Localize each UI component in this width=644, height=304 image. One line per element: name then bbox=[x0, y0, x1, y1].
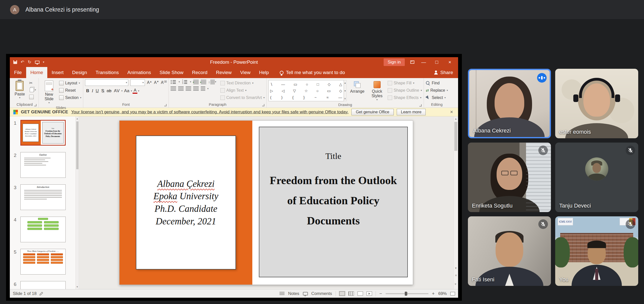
layout-button[interactable]: Layout▾ bbox=[59, 80, 81, 86]
shapes-gallery-scroll[interactable]: ▴▾≡ bbox=[344, 80, 347, 101]
increase-indent-icon[interactable]: ▸ bbox=[201, 80, 206, 84]
minimize-button[interactable]: — bbox=[420, 59, 427, 65]
shape-outline-button[interactable]: Shape Outline▾ bbox=[388, 87, 422, 93]
tab-home[interactable]: Home bbox=[26, 67, 48, 78]
comments-button[interactable]: Comments bbox=[311, 291, 332, 296]
save-icon[interactable] bbox=[13, 60, 17, 64]
numbering-icon[interactable] bbox=[182, 79, 188, 84]
tab-slideshow[interactable]: Slide Show bbox=[155, 67, 188, 78]
paste-button[interactable]: Paste▾ bbox=[13, 79, 27, 100]
previous-slide-button[interactable]: » bbox=[454, 274, 458, 278]
zoom-slider-thumb[interactable] bbox=[405, 292, 407, 296]
tile-you[interactable]: ICMS XXVI You bbox=[555, 216, 638, 286]
justify-icon[interactable] bbox=[193, 86, 199, 91]
start-slideshow-icon[interactable] bbox=[35, 61, 39, 64]
pen-icon[interactable] bbox=[39, 292, 43, 296]
banner-close-icon[interactable]: × bbox=[449, 109, 455, 115]
zoom-in-button[interactable]: + bbox=[432, 291, 435, 296]
slide-orange-panel[interactable]: Albana Çekrezi Epoka University Ph.D. Ca… bbox=[119, 121, 252, 285]
tile-albana-cekrezi[interactable]: Albana Cekrezi bbox=[468, 69, 551, 138]
shape-effects-button[interactable]: Shape Effects▾ bbox=[388, 94, 422, 101]
font-dialog-launcher[interactable] bbox=[164, 104, 167, 106]
text-direction-button[interactable]: Text Direction▾ bbox=[220, 80, 265, 86]
learn-more-button[interactable]: Learn more bbox=[397, 109, 426, 115]
author-textbox[interactable]: Albana Çekrezi Epoka University Ph.D. Ca… bbox=[136, 136, 236, 269]
undo-icon[interactable]: ↶ bbox=[21, 59, 24, 65]
tab-transitions[interactable]: Transitions bbox=[91, 67, 123, 78]
slide-sorter-view-button[interactable] bbox=[348, 291, 354, 296]
thumbnail-slide-3[interactable]: 3 Introduction bbox=[10, 184, 75, 210]
find-button[interactable]: Find bbox=[426, 80, 448, 86]
normal-view-button[interactable] bbox=[339, 291, 345, 296]
slide-counter[interactable]: Slide 1 of 18 bbox=[13, 291, 37, 296]
maximize-button[interactable]: □ bbox=[433, 59, 440, 65]
tab-file[interactable]: File bbox=[10, 67, 26, 78]
clipboard-dialog-launcher[interactable] bbox=[34, 104, 36, 106]
shape-fill-button[interactable]: Shape Fill▾ bbox=[388, 80, 422, 86]
thumbnail-slide-6[interactable]: 6 bbox=[10, 281, 75, 289]
tab-help[interactable]: Help bbox=[255, 67, 273, 78]
arrange-button[interactable]: Arrange bbox=[348, 79, 367, 95]
tab-review[interactable]: Review bbox=[212, 67, 236, 78]
grow-font-button[interactable]: A▲ bbox=[147, 80, 152, 85]
tab-record[interactable]: Record bbox=[188, 67, 212, 78]
drawing-dialog-launcher[interactable] bbox=[419, 104, 422, 107]
thumb-scroll-down-icon[interactable]: ▼ bbox=[76, 286, 79, 288]
tile-tanju-deveci[interactable]: Tanju Deveci bbox=[555, 143, 638, 212]
tile-fati-iseni[interactable]: Fati Iseni bbox=[468, 216, 551, 286]
align-right-icon[interactable] bbox=[186, 86, 191, 91]
change-case-button[interactable]: Aa bbox=[123, 88, 130, 93]
zoom-out-button[interactable]: − bbox=[379, 291, 382, 296]
tile-enriketa-sogutlu[interactable]: Enriketa Sogutlu bbox=[468, 143, 551, 212]
sign-in-button[interactable]: Sign in bbox=[384, 58, 405, 66]
select-button[interactable]: Select▾ bbox=[426, 94, 448, 101]
slideshow-view-button[interactable] bbox=[367, 291, 372, 296]
fit-to-window-icon[interactable] bbox=[450, 292, 455, 295]
scroll-up-icon[interactable]: ▲ bbox=[454, 117, 458, 120]
align-text-button[interactable]: Align Text▾ bbox=[220, 87, 265, 93]
thumbnail-scrollbar[interactable]: ▲ ▼ bbox=[76, 116, 79, 289]
redo-icon[interactable]: ↻ bbox=[28, 59, 31, 65]
align-center-icon[interactable] bbox=[178, 86, 184, 91]
thumb-scroll-thumb[interactable] bbox=[76, 121, 78, 169]
next-slide-button[interactable]: » bbox=[454, 282, 458, 286]
strikethrough-button[interactable]: ab bbox=[106, 88, 112, 93]
thumb-scroll-up-icon[interactable]: ▲ bbox=[76, 117, 79, 120]
cut-button[interactable]: ✂ bbox=[28, 80, 37, 86]
underline-button[interactable]: U bbox=[95, 88, 100, 93]
paragraph-dialog-launcher[interactable] bbox=[262, 104, 264, 106]
bold-button[interactable]: B bbox=[85, 88, 90, 93]
thumbnail-slide-2[interactable]: 2 Outline bbox=[10, 152, 75, 178]
reset-button[interactable]: Reset bbox=[59, 87, 81, 93]
replace-button[interactable]: ⇄Replace▾ bbox=[426, 87, 448, 93]
zoom-slider[interactable] bbox=[386, 293, 428, 294]
italic-button[interactable]: I bbox=[91, 88, 94, 93]
columns-icon[interactable] bbox=[201, 86, 205, 91]
genuine-banner-link[interactable]: Your license isn't genuine, and you may … bbox=[71, 110, 349, 115]
scroll-thumb[interactable] bbox=[454, 122, 457, 151]
customize-qat-icon[interactable]: ▾ bbox=[43, 60, 45, 64]
tile-ester-eomois[interactable]: ester eomois bbox=[555, 69, 638, 138]
zoom-level[interactable]: 69% bbox=[438, 291, 447, 296]
share-button[interactable]: Share bbox=[434, 67, 453, 78]
thumbnail-slide-4[interactable]: 4 bbox=[10, 217, 75, 242]
title-textbox[interactable]: Title Freedom from the Outlook of Educat… bbox=[259, 127, 408, 277]
align-left-icon[interactable] bbox=[171, 86, 176, 91]
section-button[interactable]: Section▾ bbox=[59, 94, 81, 101]
decrease-indent-icon[interactable]: ◂ bbox=[193, 80, 199, 84]
quick-styles-button[interactable]: Quick Styles▾ bbox=[368, 79, 386, 102]
character-spacing-button[interactable]: AV bbox=[113, 88, 121, 93]
font-color-button[interactable]: A bbox=[133, 88, 137, 94]
tab-view[interactable]: View bbox=[236, 67, 255, 78]
ribbon-display-options-icon[interactable] bbox=[410, 60, 414, 64]
reading-view-button[interactable] bbox=[357, 291, 363, 296]
clear-formatting-button[interactable]: A⌫ bbox=[161, 80, 167, 85]
font-size-combo[interactable]: ▾ bbox=[130, 79, 145, 86]
tab-design[interactable]: Design bbox=[68, 67, 91, 78]
tell-me-box[interactable]: Tell me what you want to do bbox=[280, 67, 345, 78]
slide-scrollbar[interactable]: ▲ ▼ » » bbox=[453, 116, 458, 289]
copy-button[interactable]: ▾ bbox=[28, 87, 37, 93]
line-spacing-icon[interactable]: ↕▾ bbox=[208, 80, 216, 84]
convert-smartart-button[interactable]: Convert to SmartArt▾ bbox=[220, 94, 265, 101]
font-name-combo[interactable]: ▾ bbox=[85, 79, 128, 86]
